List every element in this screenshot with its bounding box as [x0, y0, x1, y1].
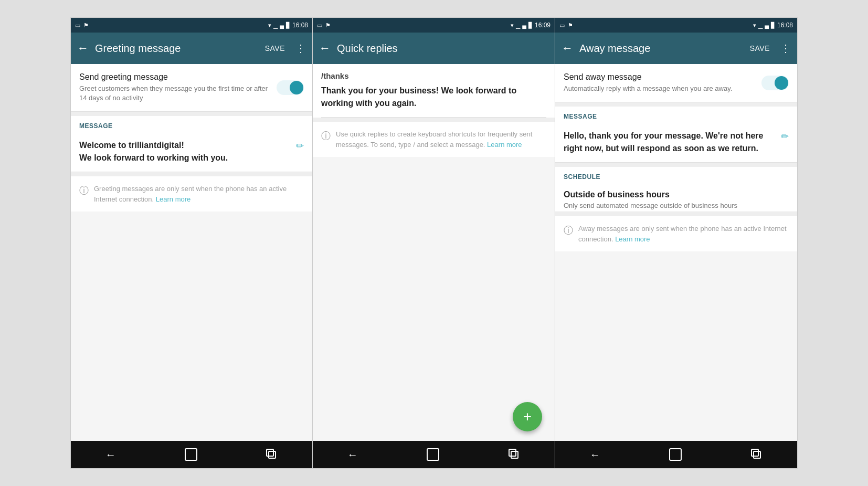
toggle-thumb-3 [775, 76, 788, 90]
screenshot-icon-3: ▭ [559, 22, 565, 29]
divider-1 [71, 112, 312, 116]
home-nav-icon-1[interactable] [185, 448, 197, 461]
home-nav-icon-2[interactable] [427, 448, 439, 461]
content-2: /thanks Thank you for your business! We … [313, 64, 555, 441]
toggle-subtitle-1: Greet customers when they message you th… [79, 84, 270, 103]
message-label-1: MESSAGE [71, 116, 312, 132]
status-bar-left-icons: ▭ ⚑ [75, 22, 89, 29]
learn-more-link-3[interactable]: Learn more [615, 235, 650, 243]
nav-bar-3: ← [555, 441, 797, 468]
info-text-2: Use quick replies to create keyboard sho… [336, 129, 546, 150]
content-3: Send away message Automatically reply wi… [555, 64, 797, 441]
app-bar-3: ← Away message SAVE ⋮ [555, 33, 797, 64]
quick-replies-screen: ▭ ⚑ ▾ ▁ ▄ ▊ 16:09 ← Quick replies /thank… [313, 17, 555, 469]
flag-icon-3: ⚑ [568, 22, 573, 29]
toggle-title-1: Send greeting message [79, 72, 270, 82]
info-icon-2: ⓘ [321, 130, 331, 142]
status-bar-left-2: ▭ ⚑ [317, 22, 331, 29]
message-label-3: MESSAGE [555, 107, 797, 122]
home-nav-icon-3[interactable] [669, 448, 682, 461]
signal-icon-2c: ▊ [528, 22, 533, 29]
toggle-text-1: Send greeting message Greet customers wh… [79, 72, 270, 103]
info-row-1: ⓘ Greeting messages are only sent when t… [71, 176, 312, 212]
flag-icon-2: ⚑ [325, 22, 331, 29]
learn-more-link-1[interactable]: Learn more [156, 195, 190, 203]
back-nav-icon-3[interactable]: ← [590, 449, 600, 461]
more-button-1[interactable]: ⋮ [295, 42, 306, 55]
message-text-3: Hello, thank you for your message. We're… [564, 130, 777, 155]
reply-message-row: Thank you for your business! We look for… [321, 84, 546, 118]
schedule-subtitle-3: Only send automated message outside of b… [564, 202, 789, 209]
signal-icon-2: ▄ [280, 22, 284, 28]
status-bar-left-3: ▭ ⚑ [559, 22, 573, 29]
status-time-3: 16:08 [777, 22, 793, 29]
recent-nav-icon-3[interactable] [751, 449, 763, 460]
flag-icon: ⚑ [83, 22, 89, 29]
message-row-1: Welcome to trilliantdigital!We look forw… [71, 132, 312, 172]
status-bar-right-icons: ▾ ▁ ▄ ▊ 16:08 [268, 22, 308, 29]
edit-icon-1[interactable]: ✏ [296, 140, 304, 152]
status-bar-right-2: ▾ ▁ ▄ ▊ 16:09 [511, 22, 551, 29]
more-button-3[interactable]: ⋮ [780, 42, 791, 55]
nav-bar-2: ← [313, 441, 555, 468]
back-button-2[interactable]: ← [319, 43, 331, 54]
schedule-label-3: SCHEDULE [555, 167, 797, 183]
shortcut-row: /thanks Thank you for your business! We … [313, 64, 555, 118]
shortcut-text: /thanks [321, 71, 546, 80]
schedule-title-3: Outside of business hours [564, 190, 789, 199]
toggle-thumb-1 [290, 81, 303, 94]
back-button-3[interactable]: ← [562, 43, 573, 54]
recent-nav-icon-1[interactable] [266, 449, 278, 460]
toggle-title-3: Send away message [564, 72, 732, 82]
info-icon-3: ⓘ [564, 224, 573, 237]
toggle-switch-1[interactable]: ON [277, 80, 304, 95]
save-button-1[interactable]: SAVE [265, 44, 285, 52]
app-bar-2: ← Quick replies [313, 33, 555, 64]
message-row-3: Hello, thank you for your message. We're… [555, 122, 797, 163]
signal-icon-3a: ▁ [758, 22, 763, 29]
info-text-3: Away messages are only sent when the pho… [578, 224, 789, 244]
back-nav-icon-1[interactable]: ← [105, 449, 116, 461]
add-fab-button[interactable]: + [513, 402, 542, 431]
toggle-switch-3[interactable]: ON [761, 76, 789, 90]
toggle-row-1: Send greeting message Greet customers wh… [71, 64, 312, 112]
app-bar-title-1: Greeting message [95, 43, 259, 55]
info-row-2: ⓘ Use quick replies to create keyboard s… [313, 122, 555, 157]
signal-icon-2a: ▁ [516, 22, 520, 29]
signal-icon-1: ▁ [273, 22, 278, 29]
back-nav-icon-2[interactable]: ← [347, 449, 358, 461]
greeting-message-screen: ▭ ⚑ ▾ ▁ ▄ ▊ 16:08 ← Greeting message SAV… [70, 17, 313, 469]
status-bar-3: ▭ ⚑ ▾ ▁ ▄ ▊ 16:08 [555, 18, 797, 33]
wifi-icon: ▾ [268, 22, 271, 29]
toggle-subtitle-3: Automatically reply with a message when … [564, 84, 732, 93]
divider-2 [71, 172, 312, 176]
toggle-text-3: Send away message Automatically reply wi… [564, 72, 732, 93]
add-fab-icon: + [523, 408, 532, 425]
status-bar-2: ▭ ⚑ ▾ ▁ ▄ ▊ 16:09 [313, 18, 555, 33]
divider-4 [555, 163, 797, 167]
screenshot-icon-2: ▭ [317, 22, 322, 29]
divider-qr [313, 118, 555, 122]
app-bar-title-3: Away message [579, 43, 744, 55]
schedule-row-3: Outside of business hours Only send auto… [555, 183, 797, 212]
message-text-1: Welcome to trilliantdigital!We look forw… [79, 139, 292, 164]
wifi-icon-2: ▾ [511, 22, 514, 29]
status-time-2: 16:09 [535, 22, 551, 29]
status-time: 16:08 [292, 22, 308, 29]
signal-icon-3c: ▊ [771, 22, 775, 29]
info-row-3: ⓘ Away messages are only sent when the p… [555, 216, 797, 251]
back-button-1[interactable]: ← [77, 43, 89, 54]
signal-icon-3b: ▄ [765, 22, 769, 28]
edit-icon-3[interactable]: ✏ [781, 131, 789, 142]
info-icon-1: ⓘ [79, 184, 89, 197]
recent-nav-icon-2[interactable] [509, 449, 520, 460]
divider-3 [555, 102, 797, 107]
app-bar-1: ← Greeting message SAVE ⋮ [71, 33, 312, 64]
status-bar-1: ▭ ⚑ ▾ ▁ ▄ ▊ 16:08 [71, 18, 312, 33]
save-button-3[interactable]: SAVE [750, 44, 770, 52]
reply-message-text: Thank you for your business! We look for… [321, 86, 516, 108]
app-bar-title-2: Quick replies [337, 43, 548, 55]
signal-icon-2b: ▄ [522, 22, 526, 28]
away-message-screen: ▭ ⚑ ▾ ▁ ▄ ▊ 16:08 ← Away message SAVE ⋮ … [555, 17, 798, 469]
learn-more-link-2[interactable]: Learn more [487, 141, 522, 149]
